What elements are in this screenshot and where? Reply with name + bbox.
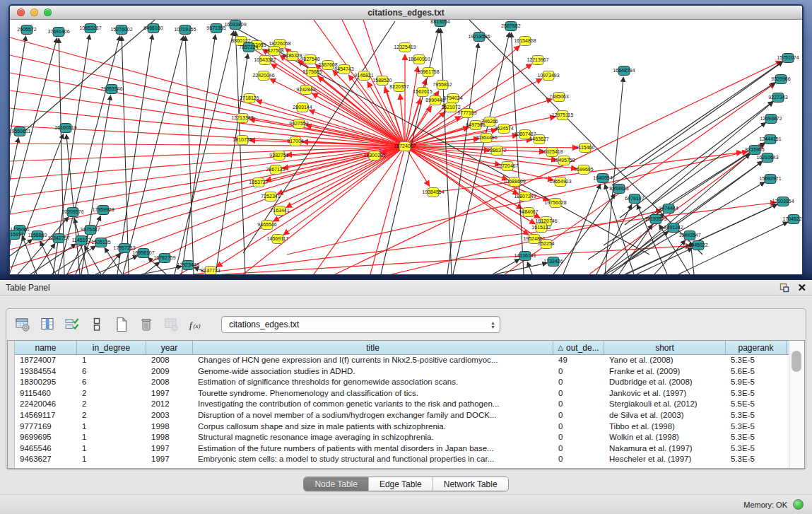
graph-node[interactable]: 9975487 <box>81 226 100 235</box>
graph-node[interactable]: 12093872 <box>760 115 782 124</box>
table-settings-icon[interactable] <box>13 315 32 334</box>
scrollbar-thumb[interactable] <box>792 351 801 372</box>
graph-node[interactable]: 18640910 <box>408 55 430 64</box>
table-cell[interactable]: 0 <box>553 421 604 433</box>
table-cell[interactable]: 9699695 <box>15 432 77 443</box>
graph-node[interactable]: 12444151 <box>759 135 781 144</box>
column-header-title[interactable]: title <box>193 341 553 354</box>
graph-node[interactable]: 14136141 <box>514 252 536 261</box>
table-cell[interactable]: de Silva et al. (2003) <box>604 410 726 421</box>
graph-node[interactable]: 9175685 <box>302 68 322 77</box>
table-cell[interactable]: Wolkin et al. (1998) <box>604 432 726 443</box>
graph-node[interactable]: 12213343 <box>231 114 253 123</box>
table-cell[interactable]: 0 <box>553 410 604 421</box>
graph-node[interactable]: 10025418 <box>541 148 563 157</box>
close-panel-icon[interactable]: ✕ <box>797 283 806 293</box>
graph-node[interactable]: 26160519 <box>54 124 76 133</box>
column-header-year[interactable]: year <box>146 341 193 354</box>
table-cell[interactable]: 5.6E-5 <box>726 366 787 378</box>
graph-node[interactable]: 9827548 <box>300 55 319 64</box>
graph-node[interactable]: 20364486 <box>475 134 497 143</box>
graph-node[interactable]: 8990448 <box>425 96 445 105</box>
graph-node[interactable]: 9474444 <box>659 204 678 214</box>
table-cell[interactable]: 1 <box>77 355 146 366</box>
table-cell[interactable]: 1 <box>77 454 146 465</box>
graph-node[interactable]: 22420046 <box>252 71 274 81</box>
graph-node[interactable]: 6466160 <box>143 24 163 33</box>
graph-node[interactable]: 19495758 <box>553 156 575 165</box>
table-cell[interactable]: 5.3E-5 <box>726 410 787 421</box>
graph-node[interactable]: 1156869 <box>28 231 47 240</box>
table-cell[interactable]: 2012 <box>146 399 193 410</box>
table-cell[interactable]: 2 <box>77 388 146 399</box>
graph-node[interactable]: 16648784 <box>613 66 635 76</box>
new-file-icon[interactable] <box>112 315 131 334</box>
graph-node[interactable]: 37691406 <box>47 28 69 37</box>
table-cell[interactable]: 5.3E-5 <box>726 421 787 433</box>
table-cell[interactable]: 22420046 <box>15 399 77 410</box>
graph-node[interactable]: 8454743 <box>334 65 353 74</box>
graph-node[interactable]: 1810755 <box>233 136 252 145</box>
graph-node[interactable]: 3915911 <box>10 230 23 240</box>
column-header-name[interactable]: name <box>15 341 77 354</box>
table-row[interactable]: 911546021997Tourette syndrome. Phenomeno… <box>15 388 789 399</box>
table-cell[interactable]: Yano et al. (2008) <box>604 355 726 366</box>
table-row[interactable]: 1872400712008Changes of HCN gene express… <box>15 355 789 366</box>
graph-node[interactable]: 10193573 <box>645 215 666 224</box>
graph-node[interactable]: 3624574 <box>494 124 513 134</box>
table-cell[interactable]: Embryonic stem cells: a model to study s… <box>193 454 553 465</box>
graph-node[interactable]: 2905572 <box>17 25 36 35</box>
table-cell[interactable]: Dudbridge et al. (2008) <box>604 377 726 388</box>
table-cell[interactable]: 0 <box>553 399 604 410</box>
table-row[interactable]: 2242004622012Investigating the contribut… <box>15 399 789 410</box>
graph-node[interactable]: 9115460 <box>576 144 595 153</box>
table-cell[interactable]: 5.3E-5 <box>726 443 787 455</box>
graph-node[interactable]: 29053346 <box>100 85 122 94</box>
table-cell[interactable]: Stergiakouli et al. (2012) <box>604 399 726 410</box>
table-cell[interactable]: Changes of HCN gene expression and I(f) … <box>193 355 553 366</box>
minimize-window-icon[interactable] <box>30 8 38 16</box>
graph-node[interactable]: 15692971 <box>759 175 781 184</box>
table-cell[interactable]: Hescheler et al. (1997) <box>604 454 726 465</box>
import-table-icon[interactable] <box>162 315 180 334</box>
table-cell[interactable]: Estimation of significance thresholds fo… <box>193 377 553 388</box>
graph-node[interactable]: 1505135 <box>91 238 110 247</box>
graph-node[interactable]: 1562615 <box>413 88 432 97</box>
table-cell[interactable]: 14569117 <box>15 410 77 421</box>
table-row[interactable]: 946362711997Embryonic stem cells: a mode… <box>15 454 789 465</box>
graph-node[interactable]: 14569117 <box>267 235 289 244</box>
graph-node[interactable]: 19756028 <box>544 199 566 208</box>
graph-node[interactable]: 252254 <box>538 240 554 249</box>
graph-node[interactable]: 9463627 <box>529 135 548 144</box>
table-cell[interactable]: Disruption of a novel member of a sodium… <box>193 410 553 421</box>
table-cell[interactable]: 18300295 <box>15 377 77 388</box>
table-cell[interactable]: 6 <box>77 366 146 378</box>
table-cell[interactable]: 0 <box>553 377 604 388</box>
table-cell[interactable]: Structural magnetic resonance image aver… <box>193 432 553 443</box>
graph-node[interactable]: 6794024 <box>443 94 462 103</box>
graph-node[interactable]: 7955812 <box>433 81 452 90</box>
table-cell[interactable]: 1 <box>77 443 146 455</box>
graph-node[interactable]: 12213967 <box>526 56 548 65</box>
table-row[interactable]: 1830029562008Estimation of significance … <box>15 377 789 388</box>
table-row[interactable]: 1938455462009Genome-wide association stu… <box>15 366 789 378</box>
function-builder-icon[interactable]: f(x) <box>187 315 205 334</box>
graph-node[interactable]: 19218586 <box>468 33 490 42</box>
table-cell[interactable]: Tibbo et al. (1998) <box>604 421 726 433</box>
graph-node[interactable]: 746266 <box>481 117 498 127</box>
table-cell[interactable]: 1998 <box>146 432 193 443</box>
table-cell[interactable]: 2009 <box>146 366 193 378</box>
graph-node[interactable]: 8813054 <box>430 20 449 27</box>
graph-node[interactable]: 2803144 <box>293 103 312 112</box>
table-cell[interactable]: 2 <box>77 399 146 410</box>
graph-node[interactable]: 9227343 <box>768 93 787 103</box>
column-header-out_de[interactable]: △out_de... <box>553 341 604 354</box>
table-cell[interactable]: 1 <box>77 421 146 433</box>
graph-node[interactable]: 7485063 <box>549 93 568 102</box>
table-cell[interactable]: 1997 <box>146 388 193 399</box>
graph-node[interactable]: 16961758 <box>417 68 439 77</box>
graph-node[interactable]: 16033809 <box>224 21 246 30</box>
table-cell[interactable]: Genome-wide association studies in ADHD. <box>193 366 553 378</box>
graph-node[interactable]: 19654923 <box>549 177 571 187</box>
table-cell[interactable]: 9465546 <box>15 443 77 455</box>
